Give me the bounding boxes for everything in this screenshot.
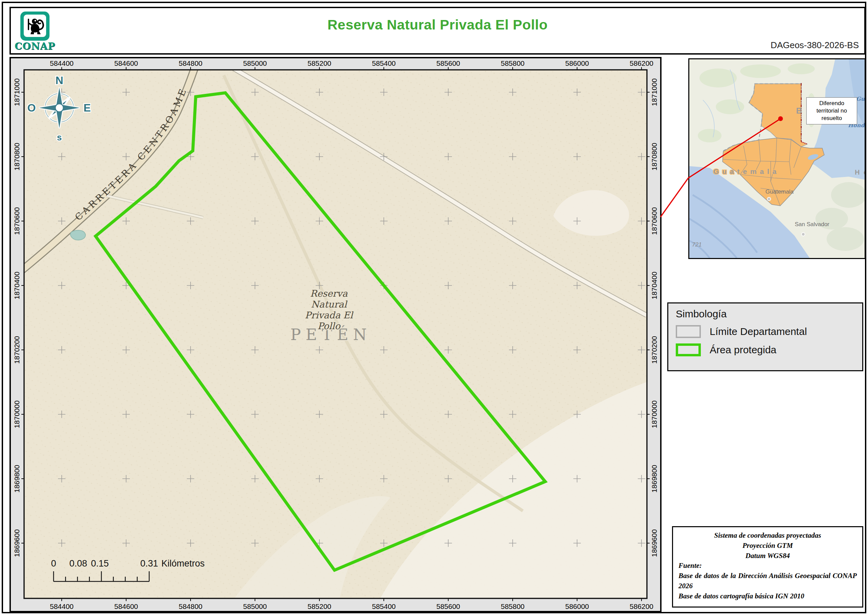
axis-label-left: 1869800 — [13, 465, 21, 493]
axis-label-right: 1869600 — [650, 529, 658, 557]
reserve-name-line: Privada El — [305, 310, 354, 320]
conap-wordmark: CONAP — [14, 41, 56, 52]
axis-label-top: 586200 — [630, 59, 653, 67]
axis-label-right: 1870200 — [650, 336, 658, 364]
legend-item-departmental: Límite Departamental — [676, 325, 862, 338]
axis-label-right: 1869800 — [650, 465, 658, 493]
inset-capital-dot — [767, 197, 771, 201]
inset-belize-label: B — [796, 106, 802, 115]
inset-gulf-label-1: Gu — [856, 95, 865, 102]
axis-label-left: 1870400 — [13, 272, 21, 300]
axis-label-left: 1871000 — [13, 78, 21, 106]
inset-depth-label: 721 — [692, 241, 701, 248]
axis-label-top: 584400 — [50, 59, 73, 67]
inset-city-dot — [802, 233, 805, 236]
compass-north-label: N — [55, 74, 63, 86]
axis-label-bottom: 584600 — [114, 603, 138, 610]
axis-label-top: 585600 — [436, 59, 460, 67]
axis-label-left: 1870000 — [13, 400, 21, 428]
reserve-name-line: Natural — [311, 299, 348, 309]
axis-label-bottom: 585600 — [436, 603, 460, 610]
axis-label-right: 1870000 — [650, 400, 658, 428]
crs-line-2: Proyección GTM — [679, 541, 857, 551]
axis-label-top: 585200 — [308, 59, 331, 67]
axis-label-left: 1870800 — [13, 143, 21, 170]
source-info-box: Sistema de coordenadas proyectadas Proye… — [672, 526, 863, 607]
inset-city-label: San Salvador — [795, 221, 829, 228]
legend-label-departmental: Límite Departamental — [710, 326, 807, 337]
reserve-name-line: Pollo — [318, 321, 341, 331]
scale-bar-unit: Kilómetros — [161, 558, 205, 568]
protected-area-swatch — [676, 343, 701, 356]
axis-label-bottom: 586000 — [565, 603, 589, 610]
axis-label-bottom: 586200 — [630, 603, 653, 610]
axis-label-left: 1869600 — [13, 529, 21, 557]
axis-label-top: 586000 — [565, 59, 589, 67]
scale-bar-value: 0.15 — [91, 558, 109, 568]
axis-label-top: 585400 — [372, 59, 396, 67]
source-line-1: Base de datos de la Dirección Análisis G… — [679, 571, 857, 591]
legend-label-protected-area: Área protegida — [710, 344, 776, 356]
axis-label-right: 1871000 — [650, 78, 658, 106]
pond — [70, 230, 86, 240]
main-map-frame: 5844005844005846005846005848005848005850… — [9, 57, 662, 612]
axis-label-right: 1870800 — [650, 143, 658, 170]
territorial-dispute-note: Diferendo territorial no resuelto — [806, 97, 857, 125]
scale-bar-value: 0 — [51, 558, 56, 568]
axis-label-bottom: 585200 — [308, 603, 331, 610]
scale-bar-value: 0.08 — [69, 558, 87, 568]
reserve-name-line: Reserva — [310, 288, 348, 299]
main-map: 5844005844005846005846005848005848005850… — [11, 58, 660, 611]
compass-south-label: s — [57, 132, 62, 142]
legend-item-protected-area: Área protegida — [676, 343, 862, 356]
map-document-page: CONAP Reserva Natural Privada El Pollo D… — [0, 0, 868, 615]
crs-line-3: Datum WGS84 — [679, 551, 857, 561]
axis-label-left: 1870200 — [13, 336, 21, 364]
axis-label-bottom: 584400 — [50, 603, 73, 610]
scale-bar-value: 0.31 — [141, 558, 158, 568]
page-title: Reserva Natural Privada El Pollo — [11, 17, 864, 33]
legend-title: Simbología — [676, 308, 862, 320]
inset-country-label: G u a t e m a l a — [713, 167, 777, 175]
compass-west-label: O — [28, 102, 36, 114]
axis-label-top: 584800 — [179, 59, 203, 67]
axis-label-bottom: 584800 — [179, 603, 203, 610]
departmental-boundary-swatch — [676, 325, 701, 338]
axis-label-top: 585800 — [501, 59, 525, 67]
axis-label-right: 1870600 — [650, 207, 658, 235]
inset-honduras-label: H o — [855, 169, 865, 176]
source-line-2: Base de datos cartografía básica IGN 201… — [679, 591, 857, 601]
compass-east-label: E — [83, 102, 91, 114]
fuente-label: Fuente: — [679, 561, 857, 571]
document-id: DAGeos-380-2026-BS — [771, 40, 859, 50]
axis-label-bottom: 585800 — [501, 603, 525, 610]
crs-line-1: Sistema de coordenadas proyectadas — [679, 531, 857, 541]
axis-label-bottom: 585400 — [372, 603, 396, 610]
axis-label-left: 1870600 — [13, 207, 21, 235]
header: CONAP Reserva Natural Privada El Pollo D… — [9, 7, 866, 55]
inset-capital-label: Guatemala — [765, 189, 794, 195]
axis-label-bottom: 585000 — [243, 603, 267, 610]
inset-locator-map: G u a t e m a l a Guatemala San Salvador… — [688, 58, 866, 259]
axis-label-top: 584600 — [114, 59, 138, 67]
axis-label-top: 585000 — [243, 59, 267, 67]
legend: Simbología Límite Departamental Área pro… — [667, 303, 863, 371]
axis-label-right: 1870400 — [650, 272, 658, 300]
